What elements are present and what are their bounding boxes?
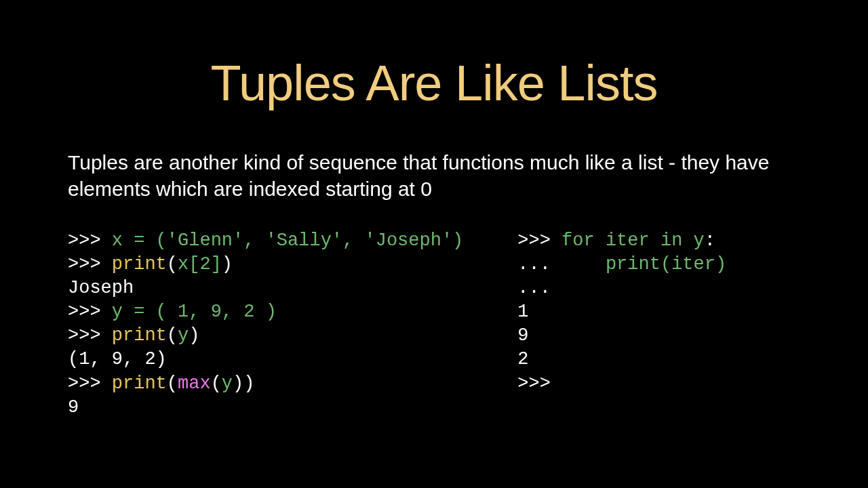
- code-text: print: [112, 325, 167, 346]
- code-line: 9: [68, 396, 463, 420]
- code-line: (1, 9, 2): [68, 348, 463, 371]
- code-text: y = ( 1, 9, 2 ): [112, 302, 277, 322]
- code-line: 1: [517, 300, 726, 324]
- slide-title: Tuples Are Like Lists: [68, 54, 800, 112]
- prompt: >>>: [68, 325, 112, 346]
- code-text: (: [167, 325, 178, 346]
- code-block-right: >>> for iter in y: ... print(iter) ... 1…: [517, 229, 726, 420]
- prompt: >>>: [68, 373, 112, 394]
- code-line: ... print(iter): [517, 253, 726, 277]
- code-line: 2: [517, 348, 726, 371]
- code-line: ...: [517, 277, 726, 300]
- code-block-left: >>> x = ('Glenn', 'Sally', 'Joseph') >>>…: [68, 229, 463, 420]
- code-text: y: [178, 325, 189, 346]
- code-text: print(iter): [561, 254, 726, 274]
- code-line: Joseph: [68, 277, 463, 300]
- code-text: :: [705, 230, 715, 251]
- prompt: ...: [517, 254, 561, 274]
- code-line: >>> print(x[2]): [68, 253, 463, 277]
- code-text: print: [112, 254, 167, 274]
- prompt: >>>: [68, 254, 112, 274]
- code-line: >>> y = ( 1, 9, 2 ): [68, 300, 463, 324]
- code-line: >>> print(max(y)): [68, 372, 463, 396]
- code-line: >>> for iter in y:: [517, 229, 726, 253]
- prompt: >>>: [68, 302, 112, 322]
- code-line: 9: [517, 324, 726, 348]
- prompt: >>>: [517, 230, 561, 251]
- code-text: y: [222, 373, 233, 394]
- code-text: (: [211, 373, 222, 394]
- prompt: >>>: [68, 230, 112, 251]
- slide-body-text: Tuples are another kind of sequence that…: [68, 149, 800, 202]
- code-text: ): [222, 254, 233, 274]
- code-text: for iter in y: [561, 230, 705, 251]
- code-text: max: [178, 373, 211, 394]
- code-line: >>> x = ('Glenn', 'Sally', 'Joseph'): [68, 229, 463, 253]
- code-text: (: [167, 373, 178, 394]
- code-text: (: [167, 254, 178, 274]
- code-columns: >>> x = ('Glenn', 'Sally', 'Joseph') >>>…: [68, 229, 800, 420]
- code-line: >>> print(y): [68, 324, 463, 348]
- code-line: >>>: [517, 372, 726, 396]
- code-text: x = ('Glenn', 'Sally', 'Joseph'): [112, 230, 463, 251]
- code-text: print: [112, 373, 167, 394]
- code-text: )): [233, 373, 254, 394]
- code-text: x[2]: [178, 254, 222, 274]
- slide-container: Tuples Are Like Lists Tuples are another…: [0, 0, 868, 488]
- code-text: ): [189, 325, 199, 346]
